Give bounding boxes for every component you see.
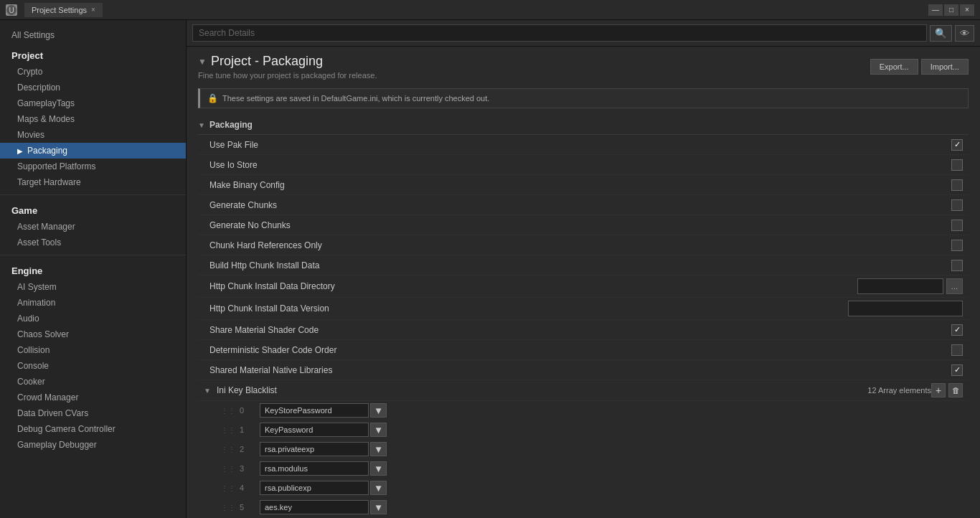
chunk-hard-references-only-checkbox[interactable] [951, 240, 963, 251]
sidebar-item-collision[interactable]: Collision [0, 342, 186, 358]
drag-handle-0[interactable]: ⋮⋮ [221, 407, 235, 415]
titlebar-tab[interactable]: Project Settings × [24, 3, 103, 17]
array-item-1: ⋮⋮ 1 ▼ [198, 420, 969, 440]
sidebar-item-supported-platforms[interactable]: Supported Platforms [0, 159, 186, 174]
array-input-0[interactable] [260, 403, 369, 418]
sidebar-item-gameplaytags[interactable]: GameplayTags [0, 95, 186, 111]
window-controls: — □ × [928, 4, 974, 16]
array-input-3[interactable] [260, 461, 369, 476]
sidebar-item-asset-manager[interactable]: Asset Manager [0, 219, 186, 235]
sidebar-item-animation[interactable]: Animation [0, 295, 186, 311]
array-index-0: 0 [240, 406, 254, 415]
array-input-5[interactable] [260, 500, 369, 514]
setting-generate-chunks: Generate Chunks [198, 195, 969, 215]
ini-blacklist-delete-button[interactable]: 🗑 [948, 383, 963, 397]
array-index-5: 5 [240, 503, 254, 512]
search-input[interactable] [192, 24, 927, 42]
sidebar-item-ai-system[interactable]: AI System [0, 279, 186, 295]
generate-chunks-checkbox[interactable] [951, 199, 963, 211]
export-button[interactable]: Export... [870, 59, 918, 75]
drag-handle-1[interactable]: ⋮⋮ [221, 426, 235, 434]
build-http-chunk-install-data-label: Build Http Chunk Install Data [204, 260, 951, 270]
array-item-5: ⋮⋮ 5 ▼ [198, 498, 969, 517]
main-layout: All Settings Project Crypto Description … [0, 20, 980, 518]
sidebar-item-asset-tools[interactable]: Asset Tools [0, 235, 186, 250]
setting-make-binary-config: Make Binary Config [198, 175, 969, 195]
sidebar-item-maps-modes[interactable]: Maps & Modes [0, 111, 186, 127]
sidebar-item-chaos-solver[interactable]: Chaos Solver [0, 326, 186, 342]
settings-content: ▼ Packaging Use Pak File Use Io Store Ma… [187, 114, 980, 518]
setting-share-material-shader-code: Share Material Shader Code [198, 320, 969, 340]
use-io-store-checkbox[interactable] [951, 159, 963, 171]
sidebar-item-crypto[interactable]: Crypto [0, 64, 186, 80]
ini-key-blacklist-header[interactable]: ▼ Ini Key Blacklist 12 Array elements + … [198, 380, 969, 401]
drag-handle-5[interactable]: ⋮⋮ [221, 504, 235, 512]
import-button[interactable]: Import... [921, 59, 969, 75]
ini-blacklist-add-button[interactable]: + [931, 383, 946, 397]
search-button[interactable]: 🔍 [930, 25, 952, 42]
array-dropdown-1[interactable]: ▼ [370, 423, 387, 437]
make-binary-config-checkbox[interactable] [951, 179, 963, 191]
sidebar-item-description[interactable]: Description [0, 80, 186, 95]
setting-build-http-chunk-install-data: Build Http Chunk Install Data [198, 255, 969, 276]
sidebar-item-crowd-manager[interactable]: Crowd Manager [0, 390, 186, 405]
maximize-button[interactable]: □ [944, 4, 958, 16]
build-http-chunk-install-data-checkbox[interactable] [951, 260, 963, 271]
array-value-4: ▼ [260, 481, 387, 495]
http-chunk-install-data-version-value [848, 301, 963, 316]
drag-handle-2[interactable]: ⋮⋮ [221, 446, 235, 453]
minimize-button[interactable]: — [928, 4, 943, 16]
array-value-1: ▼ [260, 423, 387, 437]
view-options-button[interactable]: 👁 [955, 25, 974, 42]
array-input-2[interactable] [260, 442, 369, 456]
array-dropdown-2[interactable]: ▼ [370, 442, 387, 456]
make-binary-config-label: Make Binary Config [204, 180, 951, 190]
use-pak-file-checkbox[interactable] [951, 139, 963, 151]
chunk-hard-references-only-value [951, 240, 963, 251]
drag-handle-3[interactable]: ⋮⋮ [221, 465, 235, 473]
share-material-shader-code-checkbox[interactable] [951, 324, 963, 336]
deterministic-shader-code-order-value [951, 344, 963, 356]
drag-handle-4[interactable]: ⋮⋮ [221, 484, 235, 492]
array-item-4: ⋮⋮ 4 ▼ [198, 479, 969, 498]
array-input-1[interactable] [260, 423, 369, 437]
setting-use-io-store: Use Io Store [198, 155, 969, 175]
use-pak-file-value [951, 139, 963, 151]
generate-chunks-value [951, 199, 963, 211]
array-dropdown-3[interactable]: ▼ [370, 461, 387, 476]
packaging-section-label: Packaging [209, 120, 253, 130]
setting-http-chunk-install-data-version: Http Chunk Install Data Version [198, 298, 969, 320]
generate-chunks-label: Generate Chunks [204, 200, 951, 210]
sidebar-all-settings[interactable]: All Settings [0, 26, 186, 44]
sidebar-item-console[interactable]: Console [0, 358, 186, 374]
page-title-arrow: ▼ [198, 57, 207, 67]
array-index-2: 2 [240, 445, 254, 453]
shared-material-native-libraries-value [951, 364, 963, 376]
array-input-4[interactable] [260, 481, 369, 495]
close-button[interactable]: × [960, 4, 974, 16]
http-chunk-install-data-version-input[interactable] [848, 301, 963, 316]
array-dropdown-4[interactable]: ▼ [370, 481, 387, 495]
array-index-3: 3 [240, 464, 254, 473]
deterministic-shader-code-order-checkbox[interactable] [951, 344, 963, 356]
sidebar-item-debug-camera-controller[interactable]: Debug Camera Controller [0, 421, 186, 437]
sidebar-item-cooker[interactable]: Cooker [0, 374, 186, 390]
sidebar-item-target-hardware[interactable]: Target Hardware [0, 174, 186, 190]
sidebar-item-audio[interactable]: Audio [0, 311, 186, 326]
shared-material-native-libraries-checkbox[interactable] [951, 364, 963, 376]
tab-close-btn[interactable]: × [91, 6, 95, 14]
packaging-arrow-icon: ▶ [17, 147, 23, 155]
sidebar-item-data-driven-cvars[interactable]: Data Driven CVars [0, 405, 186, 421]
sidebar-item-packaging[interactable]: ▶ Packaging [0, 143, 186, 159]
http-chunk-browse-button[interactable]: ... [946, 278, 963, 294]
sidebar-item-gameplay-debugger[interactable]: Gameplay Debugger [0, 437, 186, 453]
generate-no-chunks-checkbox[interactable] [951, 220, 963, 231]
array-dropdown-5[interactable]: ▼ [370, 500, 387, 514]
sidebar-item-movies[interactable]: Movies [0, 127, 186, 143]
titlebar: U Project Settings × — □ × [0, 0, 980, 20]
http-chunk-install-data-directory-input[interactable] [857, 278, 943, 294]
use-io-store-value [951, 159, 963, 171]
sidebar-divider-1 [0, 194, 186, 195]
array-dropdown-0[interactable]: ▼ [370, 403, 387, 418]
packaging-section-header[interactable]: ▼ Packaging [198, 114, 969, 135]
